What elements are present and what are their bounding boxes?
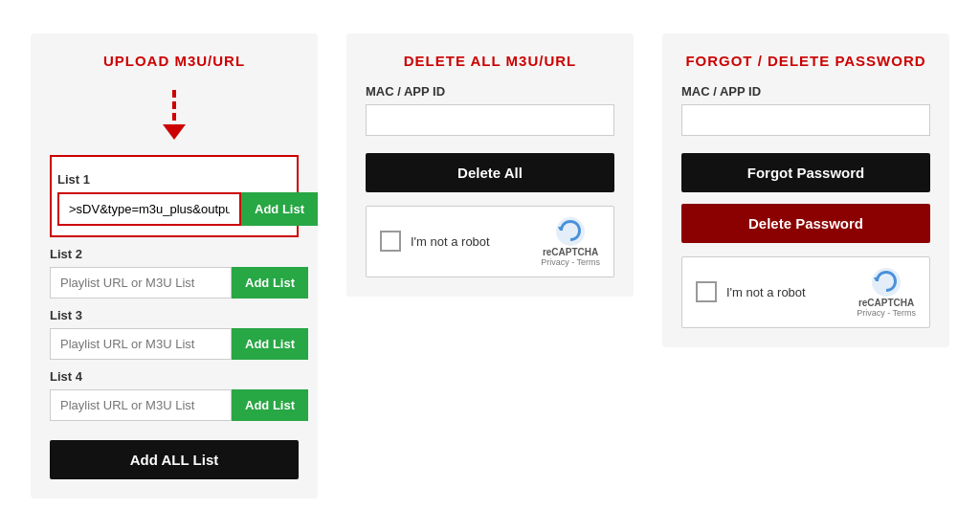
list3-label: List 3 — [50, 308, 299, 322]
list1-input[interactable] — [57, 192, 241, 226]
forgot-password-button[interactable]: Forgot Password — [681, 153, 930, 192]
delete-mac-label: MAC / APP ID — [366, 84, 614, 99]
list2-input[interactable] — [50, 267, 232, 299]
list2-add-button[interactable]: Add List — [232, 267, 308, 299]
delete-title: DELETE ALL M3U/URL — [366, 53, 614, 69]
forgot-captcha-box: I'm not a robot reCAPTCHA Privacy - Term… — [681, 256, 930, 328]
list4-add-button[interactable]: Add List — [232, 389, 308, 421]
arrow-indicator — [163, 88, 186, 140]
recaptcha-icon — [555, 216, 586, 247]
delete-recaptcha-links: Privacy - Terms — [541, 257, 600, 267]
upload-title-container: UPLOAD M3U/URL — [50, 53, 299, 140]
dash2 — [172, 101, 176, 109]
forgot-captcha-checkbox[interactable] — [696, 281, 717, 302]
list1-block: List 1 Add List — [50, 155, 299, 237]
upload-panel: UPLOAD M3U/URL List 1 Add List List 2 Ad… — [31, 33, 318, 498]
list2-label: List 2 — [50, 247, 299, 261]
forgot-mac-group: MAC / APP ID — [681, 84, 930, 136]
forgot-title: FORGOT / DELETE PASSWORD — [681, 53, 930, 69]
list3-input[interactable] — [50, 328, 232, 360]
delete-captcha-checkbox[interactable] — [380, 231, 401, 252]
list2-row: Add List — [50, 267, 299, 299]
delete-captcha-right: reCAPTCHA Privacy - Terms — [541, 216, 600, 267]
list4-label: List 4 — [50, 369, 299, 384]
forgot-captcha-right: reCAPTCHA Privacy - Terms — [857, 267, 916, 318]
arrow-down-icon — [163, 124, 186, 140]
delete-recaptcha-brand: reCAPTCHA — [543, 247, 598, 257]
list1-add-button[interactable]: Add List — [241, 192, 318, 226]
list3-add-button[interactable]: Add List — [232, 328, 308, 360]
dash1 — [172, 90, 176, 98]
delete-captcha-text: I'm not a robot — [411, 234, 490, 249]
forgot-captcha-text: I'm not a robot — [726, 285, 806, 299]
dash3 — [172, 113, 176, 121]
forgot-panel: FORGOT / DELETE PASSWORD MAC / APP ID Fo… — [662, 33, 949, 347]
list4-block: List 4 Add List — [50, 369, 299, 421]
delete-password-button[interactable]: Delete Password — [681, 204, 930, 243]
forgot-recaptcha-brand: reCAPTCHA — [858, 298, 914, 308]
upload-title: UPLOAD M3U/URL — [103, 53, 245, 69]
delete-captcha-box: I'm not a robot reCAPTCHA Privacy - Term… — [366, 206, 614, 277]
list3-row: Add List — [50, 328, 299, 360]
list3-block: List 3 Add List — [50, 308, 299, 360]
list4-input[interactable] — [50, 389, 232, 421]
main-container: UPLOAD M3U/URL List 1 Add List List 2 Ad… — [0, 5, 980, 527]
delete-panel: DELETE ALL M3U/URL MAC / APP ID Delete A… — [346, 33, 634, 297]
forgot-recaptcha-links: Privacy - Terms — [857, 308, 916, 318]
forgot-mac-input[interactable] — [681, 104, 930, 136]
delete-mac-input[interactable] — [366, 104, 614, 136]
forgot-mac-label: MAC / APP ID — [681, 84, 930, 99]
list4-row: Add List — [50, 389, 299, 421]
recaptcha-icon-2 — [871, 267, 902, 298]
delete-mac-group: MAC / APP ID — [366, 84, 614, 136]
add-all-button[interactable]: Add ALL List — [50, 440, 299, 479]
list1-label: List 1 — [57, 172, 291, 187]
delete-captcha-left: I'm not a robot — [380, 231, 490, 252]
forgot-captcha-left: I'm not a robot — [696, 281, 806, 302]
list2-block: List 2 Add List — [50, 247, 299, 299]
list1-row: Add List — [57, 192, 291, 226]
delete-all-button[interactable]: Delete All — [366, 153, 614, 192]
